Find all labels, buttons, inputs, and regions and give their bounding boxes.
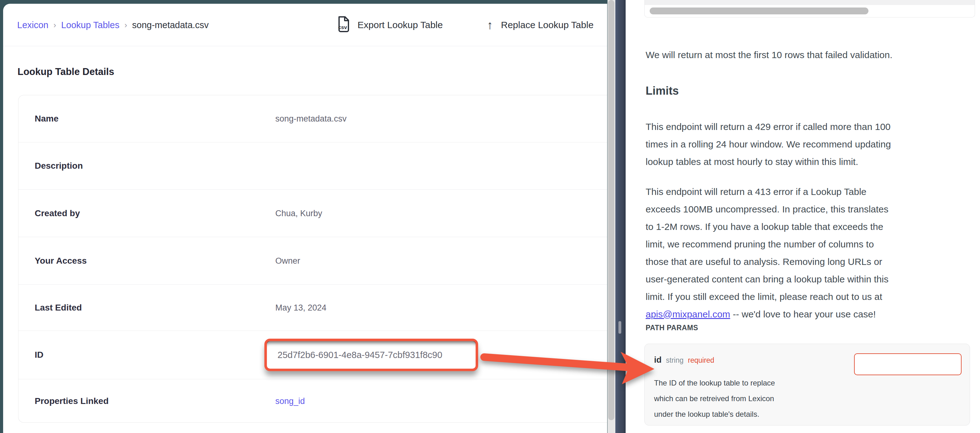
row-label: ID	[35, 350, 43, 360]
row-label: Created by	[35, 209, 80, 218]
row-value: Chua, Kurby	[275, 209, 322, 218]
scrollbar-thumb[interactable]	[650, 8, 869, 14]
paragraph-text: -- we'd love to hear your use case!	[730, 309, 876, 319]
table-row-id: ID 25d7f2b6-6901-4e8a-9457-7cbf931f8c90	[18, 331, 607, 379]
path-param-card-id: id string required The ID of the lookup …	[644, 344, 970, 425]
export-lookup-table-button[interactable]: csv Export Lookup Table	[337, 4, 443, 46]
table-row-last-edited: Last Edited May 13, 2024	[18, 285, 607, 331]
id-param-input[interactable]	[854, 353, 962, 375]
limits-paragraph-413: This endpoint will return a 413 error if…	[646, 183, 964, 323]
details-table: Name song-metadata.csv Description Creat…	[18, 95, 607, 423]
chevron-right-icon: ›	[124, 20, 127, 30]
limits-paragraph-429: This endpoint will return a 429 error if…	[646, 118, 964, 170]
limits-heading: Limits	[646, 84, 679, 97]
param-type: string	[666, 356, 683, 365]
breadcrumb-current-file: song-metadata.csv	[132, 20, 209, 30]
code-block-footer	[644, 0, 975, 5]
svg-text:csv: csv	[338, 24, 347, 30]
row-label: Properties Linked	[35, 396, 109, 406]
param-header: id string required	[654, 355, 714, 365]
app-window-chrome: Lexicon › Lookup Tables › song-metadata.…	[0, 0, 608, 433]
lookup-table-id-value: 25d7f2b6-6901-4e8a-9457-7cbf931f8c90	[267, 341, 476, 369]
param-name: id	[654, 355, 662, 365]
row-label: Name	[35, 114, 59, 124]
divider-scrollbar-thumb[interactable]	[619, 321, 621, 334]
table-row-created-by: Created by Chua, Kurby	[18, 189, 607, 237]
table-row-description: Description	[18, 142, 607, 189]
song-id-property-link[interactable]: song_id	[275, 396, 305, 406]
table-row-name: Name song-metadata.csv	[18, 95, 607, 142]
horizontal-scrollbar[interactable]	[644, 5, 975, 18]
page-topbar: Lexicon › Lookup Tables › song-metadata.…	[3, 4, 607, 46]
window-divider-bar	[615, 0, 625, 433]
breadcrumb-lexicon[interactable]: Lexicon	[17, 20, 48, 30]
row-label: Last Edited	[35, 303, 82, 313]
replace-button-label: Replace Lookup Table	[501, 20, 593, 30]
row-value: May 13, 2024	[275, 303, 326, 312]
row-value: Owner	[275, 256, 300, 266]
lookup-table-details-page: Lexicon › Lookup Tables › song-metadata.…	[3, 4, 607, 433]
apis-mixpanel-email-link[interactable]: apis@mixpanel.com	[646, 309, 730, 319]
breadcrumb: Lexicon › Lookup Tables › song-metadata.…	[17, 4, 209, 46]
paragraph-text: This endpoint will return a 413 error if…	[646, 186, 888, 302]
code-block-bottom-edge	[644, 0, 975, 18]
path-params-section-label: PATH PARAMS	[646, 324, 698, 332]
row-value: song-metadata.csv	[275, 114, 347, 124]
scrollbar-thumb[interactable]	[608, 0, 614, 420]
chevron-right-icon: ›	[53, 20, 56, 30]
id-annotation-highlight-box: 25d7f2b6-6901-4e8a-9457-7cbf931f8c90	[264, 339, 478, 371]
upload-arrow-icon: ↑	[487, 19, 493, 31]
param-required-badge: required	[688, 356, 714, 365]
table-row-your-access: Your Access Owner	[18, 237, 607, 285]
table-row-properties-linked: Properties Linked song_id	[18, 379, 607, 423]
param-description: The ID of the lookup table to replace wh…	[654, 375, 848, 422]
replace-lookup-table-button[interactable]: ↑ Replace Lookup Table	[487, 4, 593, 46]
page-title: Lookup Table Details	[18, 66, 114, 78]
left-panel-vertical-scrollbar[interactable]	[608, 0, 615, 433]
row-label: Your Access	[35, 256, 87, 266]
api-docs-panel: We will return at most the first 10 rows…	[644, 0, 980, 433]
csv-file-icon: csv	[337, 16, 349, 34]
docs-intro-paragraph: We will return at most the first 10 rows…	[646, 46, 964, 64]
breadcrumb-lookup-tables[interactable]: Lookup Tables	[61, 20, 120, 30]
export-button-label: Export Lookup Table	[358, 20, 443, 30]
row-label: Description	[35, 161, 83, 171]
